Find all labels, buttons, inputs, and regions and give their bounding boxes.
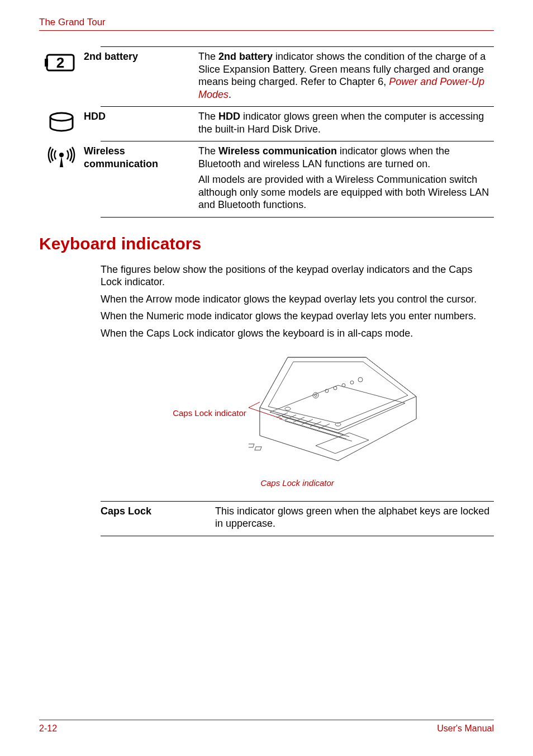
body-text: The figures below show the positions of … bbox=[101, 263, 494, 344]
text: The bbox=[198, 145, 218, 157]
text: This indicator glows green when the alph… bbox=[215, 505, 494, 530]
battery2-icon: 2 bbox=[39, 50, 84, 102]
svg-point-19 bbox=[342, 384, 345, 387]
hdd-icon bbox=[39, 110, 84, 136]
text: . bbox=[229, 89, 231, 100]
bold-text: HDD bbox=[218, 111, 240, 122]
desc-2nd-battery: The 2nd battery indicator shows the cond… bbox=[198, 50, 494, 102]
paragraph: When the Arrow mode indicator glows the … bbox=[101, 293, 494, 306]
wireless-icon bbox=[39, 145, 84, 212]
header-title: The Grand Tour bbox=[39, 17, 494, 28]
figure-callout: Caps Lock indicator bbox=[173, 408, 246, 419]
term-wireless: Wireless communication bbox=[84, 145, 198, 212]
section-heading: Keyboard indicators bbox=[39, 234, 494, 253]
page-footer: 2-12 User's Manual bbox=[39, 720, 494, 734]
indicator-table: 2 2nd battery The 2nd battery indicator … bbox=[101, 46, 494, 218]
table-row: Wireless communication The Wireless comm… bbox=[101, 141, 494, 218]
svg-point-20 bbox=[350, 381, 354, 384]
term-caps-lock: Caps Lock bbox=[101, 505, 215, 531]
caps-lock-table: Caps Lock This indicator glows green whe… bbox=[101, 501, 494, 536]
footer-rule bbox=[39, 720, 494, 720]
svg-point-21 bbox=[358, 377, 363, 382]
paragraph: When the Caps Lock indicator glows the k… bbox=[101, 327, 494, 340]
svg-rect-1 bbox=[45, 59, 48, 67]
manual-label: User's Manual bbox=[437, 724, 494, 734]
svg-point-15 bbox=[285, 407, 291, 410]
svg-line-27 bbox=[249, 402, 260, 408]
term-hdd: HDD bbox=[84, 110, 198, 136]
svg-point-18 bbox=[334, 386, 337, 390]
figure-block: Caps Lock indicator bbox=[101, 344, 494, 501]
svg-point-23 bbox=[315, 394, 317, 396]
text: All models are provided with a Wireless … bbox=[198, 173, 494, 211]
paragraph: When the Numeric mode indicator glows th… bbox=[101, 310, 494, 323]
desc-wireless: The Wireless communication indicator glo… bbox=[198, 145, 494, 212]
paragraph: The figures below show the positions of … bbox=[101, 263, 494, 289]
text: The bbox=[198, 51, 218, 62]
text: indicator glows green when the computer … bbox=[198, 111, 484, 135]
bold-text: Wireless communication bbox=[218, 145, 337, 157]
svg-point-22 bbox=[313, 393, 318, 398]
text: The bbox=[198, 111, 218, 122]
page-number: 2-12 bbox=[39, 724, 57, 734]
laptop-illustration bbox=[249, 352, 422, 475]
table-row: 2 2nd battery The 2nd battery indicator … bbox=[101, 46, 494, 106]
svg-text:2: 2 bbox=[56, 54, 64, 71]
desc-hdd: The HDD indicator glows green when the c… bbox=[198, 110, 494, 136]
header-rule bbox=[39, 30, 494, 31]
table-row: HDD The HDD indicator glows green when t… bbox=[101, 106, 494, 141]
term-2nd-battery: 2nd battery bbox=[84, 50, 198, 102]
figure-caption: Caps Lock indicator bbox=[101, 478, 494, 489]
running-header: The Grand Tour bbox=[39, 17, 494, 46]
bold-text: 2nd battery bbox=[218, 51, 273, 62]
table-row: Caps Lock This indicator glows green whe… bbox=[101, 501, 494, 536]
desc-caps-lock: This indicator glows green when the alph… bbox=[215, 505, 494, 531]
svg-rect-25 bbox=[255, 447, 261, 450]
svg-rect-24 bbox=[249, 444, 254, 447]
svg-point-3 bbox=[50, 113, 73, 121]
